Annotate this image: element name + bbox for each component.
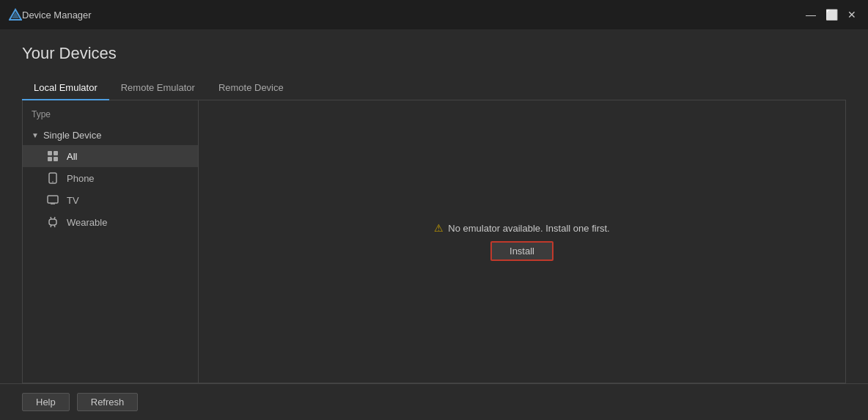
svg-line-14 [54,225,55,227]
maximize-button[interactable]: ⬜ [824,7,839,22]
svg-rect-10 [49,219,56,225]
svg-rect-8 [48,196,58,203]
sidebar-item-phone[interactable]: Phone [23,167,198,189]
window-controls: — ⬜ ✕ [803,7,859,22]
no-emulator-message: ⚠ No emulator available. Install one fir… [434,222,609,234]
help-button[interactable]: Help [22,393,70,411]
sidebar-group-label: Single Device [43,130,102,141]
no-emulator-text: No emulator available. Install one first… [448,223,609,234]
svg-rect-5 [54,157,58,161]
svg-line-11 [51,217,51,219]
sidebar-group-single-device[interactable]: ▼ Single Device [23,125,198,145]
app-logo-icon [9,8,22,21]
sidebar-item-wearable[interactable]: Wearable [23,211,198,233]
tab-local-emulator[interactable]: Local Emulator [22,78,109,100]
main-area: Type ▼ Single Device All [22,100,846,383]
sidebar: Type ▼ Single Device All [23,100,199,383]
tv-icon [46,194,59,207]
sidebar-item-wearable-label: Wearable [67,217,107,228]
watch-icon [46,215,59,229]
tab-remote-emulator[interactable]: Remote Emulator [109,78,207,100]
sidebar-item-phone-label: Phone [67,173,95,184]
phone-icon [46,172,59,185]
svg-rect-2 [48,151,52,155]
app-window: Device Manager — ⬜ ✕ Your Devices Local … [0,0,868,420]
svg-line-13 [51,225,51,227]
right-panel: ⚠ No emulator available. Install one fir… [199,100,845,383]
svg-rect-4 [48,157,52,161]
sidebar-item-all[interactable]: All [23,145,198,167]
chevron-down-icon: ▼ [32,131,39,139]
content-area: Your Devices Local Emulator Remote Emula… [0,29,868,383]
title-bar: Device Manager — ⬜ ✕ [0,0,868,29]
sidebar-item-all-label: All [67,151,77,162]
close-button[interactable]: ✕ [845,7,859,22]
grid-icon [46,150,59,163]
refresh-button[interactable]: Refresh [77,393,139,411]
footer: Help Refresh [0,383,868,420]
svg-rect-3 [54,151,58,155]
window-title: Device Manager [22,10,803,21]
sidebar-item-tv-label: TV [67,195,79,206]
tab-remote-device[interactable]: Remote Device [207,78,295,100]
warning-icon: ⚠ [434,222,444,234]
svg-line-12 [54,217,55,219]
minimize-button[interactable]: — [803,7,818,22]
sidebar-item-tv[interactable]: TV [23,189,198,211]
install-button[interactable]: Install [490,241,553,261]
page-title: Your Devices [22,44,846,63]
sidebar-type-header: Type [23,103,198,125]
svg-point-7 [52,181,54,183]
tab-bar: Local Emulator Remote Emulator Remote De… [22,78,846,100]
